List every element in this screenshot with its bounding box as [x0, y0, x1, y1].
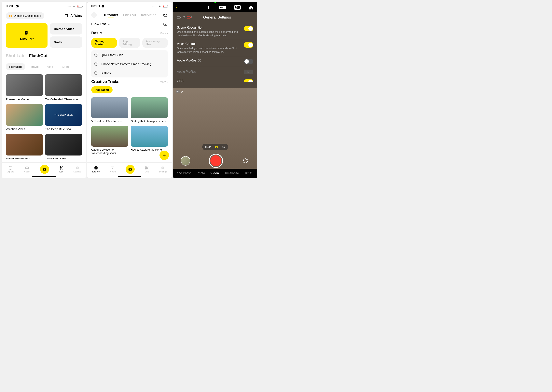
setting-prores: Apple ProRes i [177, 56, 253, 67]
nav-camera[interactable] [126, 165, 135, 174]
pill-app-editing[interactable]: App Editing [119, 38, 140, 48]
list-item[interactable]: iPhone Native Camera Smart Tracking [91, 59, 168, 68]
more-link[interactable]: More › [160, 32, 168, 35]
gimbal-icon[interactable] [206, 5, 211, 10]
pill-getting-started[interactable]: Getting Started [91, 38, 117, 48]
toggle-voice-control[interactable] [244, 42, 253, 48]
ai-warp-button[interactable]: AI Warp [64, 14, 82, 18]
tab-for-you[interactable]: For You [123, 13, 136, 17]
mode-timeshift[interactable]: TimeS [244, 171, 254, 175]
more-link[interactable]: More › [160, 80, 168, 84]
toggle-prores[interactable] [244, 59, 253, 64]
story-card[interactable]: Capture awesome skateboarding shots [91, 126, 128, 155]
auto-badge[interactable]: AUTO [219, 6, 226, 9]
tab-flashcut[interactable]: FlashCut [29, 53, 48, 58]
svg-marker-10 [10, 167, 11, 168]
tab-sport[interactable]: Sport [58, 63, 72, 70]
auto-edit-card[interactable]: Auto Edit [6, 23, 48, 48]
video-card[interactable]: Two Wheeled Obsession [45, 74, 82, 101]
aiwarp-label: AI Warp [70, 14, 82, 18]
story-label: How to Capture the Perfe [131, 147, 168, 151]
mail-icon[interactable] [163, 13, 168, 17]
aiwarp-icon [64, 14, 69, 18]
video-label: Freeze the Moment [6, 96, 43, 101]
tab-tutorials[interactable]: Tutorials [103, 13, 118, 17]
mode-strip[interactable]: ano Photo Photo Video Timelapse TimeS [173, 169, 257, 178]
story-card[interactable]: 5 Next-Level Timelapses [91, 97, 128, 123]
tab-vlog[interactable]: Vlog [43, 63, 57, 70]
nav-album[interactable]: Album [24, 166, 30, 173]
nav-explore[interactable]: Explore [92, 166, 99, 173]
svg-point-28 [130, 169, 131, 170]
video-card[interactable]: THE DEEP BLUEThe Deep Blue Sea [45, 104, 82, 131]
mode-video[interactable]: Video [210, 171, 219, 175]
home-icon[interactable] [249, 5, 254, 10]
pill-inspiration[interactable]: Inspiration [91, 86, 113, 93]
insta-icon[interactable] [91, 12, 97, 18]
create-video-card[interactable]: Create a Video [50, 23, 82, 35]
video-card[interactable]: Travel Memories 2 [6, 134, 43, 159]
gallery-thumb[interactable] [181, 156, 190, 166]
status-icons: •••• [67, 5, 82, 8]
zoom-1x[interactable]: 1x [215, 145, 218, 149]
story-thumb [91, 97, 128, 118]
video-card[interactable]: Travelling Diary [45, 134, 82, 159]
video-grid: Freeze the Moment Two Wheeled Obsession … [2, 72, 86, 161]
ev-indicator[interactable]: EV 0 [176, 90, 183, 93]
setting-label: Voice Control [177, 42, 241, 46]
album-icon [110, 166, 115, 170]
video-thumb [6, 74, 43, 96]
menu-dots[interactable] [177, 6, 177, 9]
battery-icon [177, 16, 181, 19]
story-card[interactable]: Getting that atmospheric vibe [131, 97, 168, 123]
nav-settings[interactable]: Settings [159, 166, 167, 173]
toggle-gps[interactable] [244, 79, 253, 85]
setting-scene-recognition: Scene Recognition Once enabled, the curr… [177, 23, 253, 40]
nav-edit[interactable]: Edit [145, 166, 149, 173]
home-indicator[interactable] [32, 176, 56, 177]
home-indicator[interactable] [118, 176, 141, 177]
wifi-icon [158, 5, 162, 8]
flip-camera-button[interactable] [241, 157, 249, 165]
tab-featured[interactable]: Featured [6, 63, 25, 70]
list-item[interactable]: QuickStart Guide [91, 50, 168, 59]
video-card[interactable]: Freeze the Moment [6, 74, 43, 101]
story-label: Getting that atmospheric vibe [131, 118, 168, 123]
toggle-scene-recognition[interactable] [244, 26, 253, 31]
svg-marker-26 [112, 168, 113, 169]
nav-explore[interactable]: Explore [7, 166, 14, 173]
list-label: QuickStart Guide [101, 53, 123, 56]
svg-rect-34 [208, 7, 209, 9]
tab-activities[interactable]: Activities [141, 13, 156, 17]
video-card[interactable]: Vacation Vibes [6, 104, 43, 131]
product-dropdown[interactable]: Flow Pro ⌄ [87, 19, 172, 29]
info-icon[interactable]: i [198, 59, 201, 62]
ongoing-challenges-chip[interactable]: Ongoing Challenges › [6, 12, 44, 19]
mode-photo[interactable]: Photo [197, 171, 205, 175]
tab-shot-lab[interactable]: Shot Lab [6, 53, 24, 58]
mode-timelapse[interactable]: Timelapse [225, 171, 239, 175]
nav-camera[interactable] [40, 165, 49, 174]
nav-settings[interactable]: Settings [73, 166, 81, 173]
hdr-badge[interactable]: HDR [244, 70, 253, 74]
zoom-0-5x[interactable]: 0.5x [205, 145, 211, 149]
nav-album[interactable]: Album [110, 166, 116, 173]
svg-rect-38 [187, 16, 190, 18]
chevron-right-icon: › [40, 14, 41, 17]
add-fab[interactable]: + [159, 151, 169, 160]
story-card[interactable]: How to Capture the Perfe [131, 126, 168, 155]
nav-edit[interactable]: Edit [59, 166, 64, 173]
star-camera-icon[interactable] [163, 22, 168, 26]
list-item[interactable]: Buttons [91, 68, 168, 77]
video-thumb [45, 134, 82, 155]
scissors-icon [145, 166, 149, 170]
zoom-3x[interactable]: 3x [222, 145, 225, 149]
tab-travel[interactable]: Travel [27, 63, 42, 70]
pill-accessory[interactable]: Accessory Use [142, 38, 168, 48]
viewfinder[interactable]: EV 0 0.5x 1x 3x ano Photo Photo Video Ti… [173, 88, 257, 178]
status-bar: 03:01 •••• [2, 2, 86, 11]
shutter-button[interactable] [209, 154, 223, 168]
mode-pano-photo[interactable]: ano Photo [177, 171, 191, 175]
drafts-card[interactable]: Drafts [50, 36, 82, 48]
quality-badge[interactable]: 4K60FPS [234, 5, 241, 10]
